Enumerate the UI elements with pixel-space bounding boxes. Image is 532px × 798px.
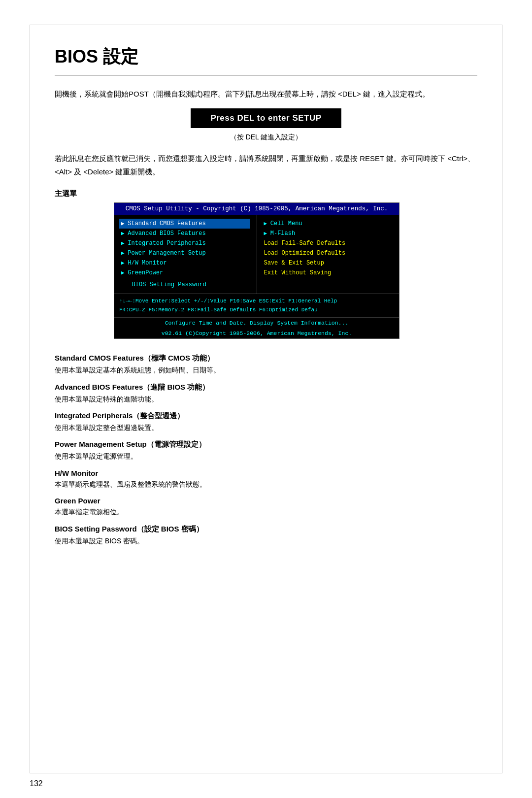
- bios-left-column: Standard CMOS Features Advanced BIOS Fea…: [114, 215, 257, 294]
- desc-title-hwmonitor: H/W Monitor: [55, 469, 477, 477]
- page-title: BIOS 設定: [55, 45, 477, 69]
- intro-paragraph-1: 開機後，系統就會開始POST（開機自我測試)程序。當下列訊息出現在螢幕上時，請按…: [55, 87, 477, 100]
- bios-item-standard-cmos[interactable]: Standard CMOS Features: [119, 219, 250, 229]
- desc-body-advanced-bios: 使用本選單設定特殊的進階功能。: [55, 394, 477, 404]
- bios-item-load-failsafe[interactable]: Load Fail-Safe Defaults: [264, 238, 393, 248]
- desc-body-hwmonitor: 本選單顯示處理器、風扇及整體系統的警告狀態。: [55, 479, 477, 490]
- intro-paragraph-2: 若此訊息在您反應前就已消失，而您還想要進入設定時，請將系統關閉，再重新啟動，或是…: [55, 152, 477, 178]
- bios-item-advanced-bios[interactable]: Advanced BIOS Features: [121, 229, 250, 238]
- bios-footer-line1: ↑↓→←:Move Enter:Select +/-/:Value F10:Sa…: [119, 297, 394, 306]
- desc-body-integrated: 使用本選單設定整合型週邊裝置。: [55, 422, 477, 433]
- desc-body-power: 使用本選單設定電源管理。: [55, 451, 477, 462]
- desc-title-greenpower: Green Power: [55, 497, 477, 505]
- desc-item-hwmonitor: H/W Monitor 本選單顯示處理器、風扇及整體系統的警告狀態。: [55, 469, 477, 490]
- desc-item-advanced-bios: Advanced BIOS Features（進階 BIOS 功能） 使用本選單…: [55, 383, 477, 404]
- section-heading: 主選單: [55, 189, 477, 199]
- bios-menu-box: CMOS Setup Utility - Copyright (C) 1985-…: [114, 202, 399, 339]
- page-number: 132: [30, 779, 43, 788]
- descriptions-section: Standard CMOS Features（標準 CMOS 功能） 使用本選單…: [55, 354, 477, 546]
- bios-item-mflash[interactable]: M-Flash: [264, 229, 393, 238]
- bios-item-load-optimized[interactable]: Load Optimized Defaults: [264, 248, 393, 258]
- bios-item-save-exit[interactable]: Save & Exit Setup: [264, 258, 393, 268]
- bios-status: Configure Time and Date. Display System …: [114, 317, 399, 328]
- bios-footer: ↑↓→←:Move Enter:Select +/-/:Value F10:Sa…: [114, 294, 399, 317]
- desc-item-integrated: Integrated Peripherals（整合型週邊） 使用本選單設定整合型…: [55, 411, 477, 433]
- desc-title-password: BIOS Setting Password（設定 BIOS 密碼）: [55, 525, 477, 534]
- bios-item-greenpower[interactable]: GreenPower: [121, 268, 250, 278]
- desc-title-standard-cmos: Standard CMOS Features（標準 CMOS 功能）: [55, 354, 477, 363]
- bios-header: CMOS Setup Utility - Copyright (C) 1985-…: [114, 203, 399, 215]
- desc-title-advanced-bios: Advanced BIOS Features（進階 BIOS 功能）: [55, 383, 477, 392]
- bios-item-power[interactable]: Power Management Setup: [121, 248, 250, 258]
- desc-item-password: BIOS Setting Password（設定 BIOS 密碼） 使用本選單設…: [55, 525, 477, 546]
- press-del-text: Press DEL to enter SETUP: [191, 108, 341, 128]
- desc-body-standard-cmos: 使用本選單設定基本的系統組態，例如時間、日期等。: [55, 365, 477, 375]
- desc-body-greenpower: 本選單指定電源相位。: [55, 506, 477, 517]
- press-del-box: Press DEL to enter SETUP: [55, 108, 477, 128]
- bios-body: Standard CMOS Features Advanced BIOS Fea…: [114, 215, 399, 294]
- bios-footer-line2: F4:CPU-Z F5:Memory-2 F8:Fail-Safe Defaul…: [119, 306, 394, 315]
- desc-item-power: Power Management Setup（電源管理設定） 使用本選單設定電源…: [55, 440, 477, 462]
- bios-item-hw-monitor[interactable]: H/W Monitor: [121, 258, 250, 268]
- bios-copyright: v02.61 (C)Copyright 1985-2006, American …: [114, 328, 399, 338]
- desc-title-power: Power Management Setup（電源管理設定）: [55, 440, 477, 449]
- title-divider: [55, 75, 477, 75]
- bios-item-exit-nosave[interactable]: Exit Without Saving: [264, 268, 393, 278]
- desc-item-greenpower: Green Power 本選單指定電源相位。: [55, 497, 477, 517]
- bios-item-integrated[interactable]: Integrated Peripherals: [121, 238, 250, 248]
- bios-right-column: Cell Menu M-Flash Load Fail-Safe Default…: [257, 215, 399, 294]
- desc-item-standard-cmos: Standard CMOS Features（標準 CMOS 功能） 使用本選單…: [55, 354, 477, 375]
- press-del-subtitle: （按 DEL 鍵進入設定）: [55, 133, 477, 142]
- desc-title-integrated: Integrated Peripherals（整合型週邊）: [55, 411, 477, 421]
- desc-body-password: 使用本選單設定 BIOS 密碼。: [55, 535, 477, 546]
- bios-item-cell-menu[interactable]: Cell Menu: [264, 219, 393, 229]
- bios-item-password[interactable]: BIOS Setting Password: [121, 280, 250, 290]
